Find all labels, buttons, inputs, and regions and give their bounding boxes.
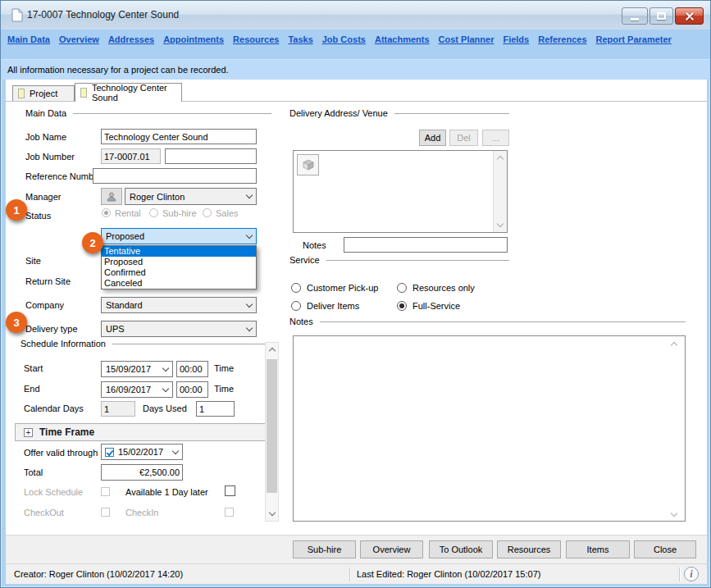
dropdown-option-proposed[interactable]: Proposed	[102, 257, 256, 267]
chevron-down-icon	[246, 324, 253, 330]
end-time-label: Time	[214, 384, 234, 394]
sub-hire-button[interactable]: Sub-hire	[293, 540, 356, 558]
nav-overview[interactable]: Overview	[59, 34, 99, 59]
end-date-select[interactable]: 16/09/2017	[101, 381, 173, 398]
to-outlook-button[interactable]: To Outlook	[429, 540, 493, 558]
notes-textarea[interactable]	[293, 335, 686, 522]
start-date-select[interactable]: 15/09/2017	[101, 361, 173, 377]
expand-plus-icon[interactable]: +	[24, 428, 33, 437]
manager-select[interactable]: Roger Clinton	[125, 188, 257, 205]
start-time-input[interactable]	[176, 361, 208, 377]
scroll-down-icon[interactable]	[269, 509, 276, 516]
status-radio-sub-hire[interactable]	[149, 208, 158, 217]
chevron-down-icon	[246, 300, 253, 307]
nav-fields[interactable]: Fields	[503, 34, 529, 59]
status-radio-sub-hire-label: Sub-hire	[162, 208, 197, 218]
offer-valid-date-select[interactable]: 15/02/2017	[101, 444, 183, 460]
close-window-button[interactable]	[675, 7, 704, 25]
last-edited-text: Last Edited: Roger Clinton (10/02/2017 1…	[357, 569, 540, 579]
days-used-input[interactable]	[196, 401, 235, 417]
service-radio-full-service[interactable]	[397, 301, 407, 311]
dropdown-option-canceled[interactable]: Canceled	[102, 278, 256, 289]
nav-main-data[interactable]: Main Data	[7, 34, 50, 59]
end-label: End	[24, 384, 40, 394]
total-label: Total	[24, 467, 43, 477]
scroll-up-icon[interactable]	[497, 156, 504, 162]
minimize-icon	[631, 18, 639, 21]
annotation-badge-1: 1	[6, 199, 27, 221]
overview-button[interactable]: Overview	[360, 540, 423, 558]
tab-technology-center-sound[interactable]: Technology Center Sound	[75, 83, 182, 102]
service-radio-customer-pickup[interactable]	[291, 283, 301, 293]
tab-project[interactable]: Project	[12, 85, 75, 101]
delivery-notes-label: Notes	[303, 240, 326, 250]
delivery-type-select[interactable]: UPS	[101, 321, 257, 337]
service-radio-deliver-items[interactable]	[291, 301, 301, 311]
chevron-down-icon	[172, 447, 179, 454]
schedule-section-header: Schedule Information	[21, 339, 271, 349]
package-cube-icon	[302, 158, 315, 171]
checkin-checkbox	[225, 508, 234, 517]
window-title: 17-0007 Technology Center Sound	[27, 9, 179, 21]
calendar-days-label: Calendar Days	[24, 403, 84, 413]
reference-number-input[interactable]	[93, 168, 257, 184]
creator-text: Creator: Roger Clinton (10/02/2017 14:20…	[14, 569, 183, 579]
offer-valid-checkbox[interactable]	[105, 448, 114, 457]
company-label: Company	[25, 300, 64, 310]
nav-attachments[interactable]: Attachments	[375, 34, 430, 59]
job-number-suffix-input[interactable]	[165, 148, 257, 164]
delivery-section-header: Delivery Address/ Venue	[289, 108, 509, 118]
left-panel-scrollbar[interactable]	[265, 342, 279, 522]
nav-addresses[interactable]: Addresses	[108, 34, 154, 59]
nav-job-costs[interactable]: Job Costs	[322, 34, 366, 59]
days-used-label: Days Used	[143, 403, 187, 413]
main-data-section-header: Main Data	[25, 108, 271, 118]
status-radio-sales[interactable]	[203, 208, 212, 217]
venue-item[interactable]	[297, 154, 319, 175]
dropdown-option-confirmed[interactable]: Confirmed	[102, 267, 256, 278]
resources-button[interactable]: Resources	[497, 540, 561, 558]
service-section-header: Service	[289, 255, 509, 265]
items-button[interactable]: Items	[566, 540, 630, 558]
tab-icon	[80, 88, 87, 98]
available-later-checkbox[interactable]	[225, 485, 235, 496]
site-label: Site	[25, 256, 41, 266]
status-radio-rental[interactable]	[102, 208, 111, 217]
nav-appointments[interactable]: Appointments	[163, 34, 224, 59]
add-button[interactable]: Add	[419, 130, 446, 146]
nav-report-parameter[interactable]: Report Parameter	[596, 34, 672, 59]
dropdown-option-tentative[interactable]: Tentative	[102, 246, 256, 257]
lock-schedule-checkbox	[101, 487, 110, 496]
job-name-label: Job Name	[25, 132, 66, 142]
scroll-up-icon[interactable]	[269, 348, 276, 354]
nav-references[interactable]: References	[538, 34, 586, 59]
available-later-label: Available 1 Day later	[125, 487, 208, 497]
nav-cost-planner[interactable]: Cost Planner	[439, 34, 495, 59]
delivery-notes-input[interactable]	[344, 237, 508, 253]
info-icon[interactable]: i	[684, 567, 699, 581]
nav-tasks[interactable]: Tasks	[288, 34, 312, 59]
start-time-label: Time	[214, 363, 234, 373]
total-input[interactable]	[101, 464, 183, 481]
lock-schedule-label: Lock Schedule	[24, 487, 83, 497]
scroll-down-icon[interactable]	[497, 221, 504, 227]
tab-icon	[18, 89, 25, 98]
end-time-input[interactable]	[176, 381, 208, 398]
listbox-scrollbar[interactable]	[493, 151, 507, 232]
minimize-button[interactable]	[622, 7, 648, 25]
company-select[interactable]: Standard	[101, 297, 257, 313]
reference-number-label: Reference Number	[25, 171, 102, 181]
job-name-input[interactable]	[101, 129, 257, 144]
more-button: ...	[482, 130, 509, 146]
nav-resources[interactable]: Resources	[233, 34, 279, 59]
status-radio-sales-label: Sales	[216, 208, 239, 218]
maximize-button[interactable]	[649, 7, 673, 25]
scrollbar-thumb[interactable]	[267, 359, 277, 493]
time-frame-expander[interactable]: + Time Frame	[15, 423, 271, 441]
status-select[interactable]: Proposed	[101, 228, 257, 244]
checkin-label: CheckIn	[125, 508, 158, 517]
service-radio-resources-only[interactable]	[397, 283, 407, 293]
venue-listbox[interactable]	[293, 150, 508, 233]
close-button[interactable]: Close	[634, 540, 696, 558]
manager-person-button[interactable]	[101, 188, 122, 205]
